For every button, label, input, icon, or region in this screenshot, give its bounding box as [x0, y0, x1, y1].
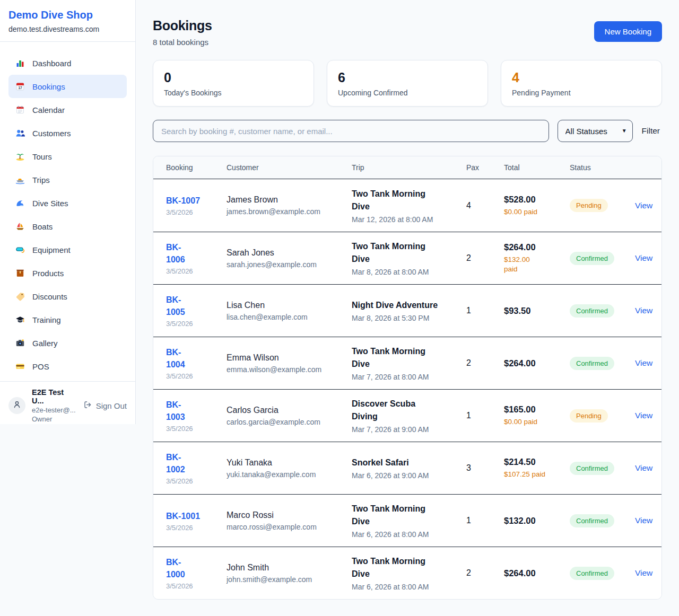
sidebar-item-pos[interactable]: POS — [8, 355, 127, 378]
view-link[interactable]: View — [635, 358, 652, 367]
sidebar-item-label: Dashboard — [32, 59, 71, 68]
trip-datetime: Mar 7, 2026 at 9:00 AM — [352, 425, 458, 434]
user-name: E2E Test U... — [32, 388, 77, 405]
customer-name: Marco Rossi — [227, 511, 343, 520]
stat-label: Today's Bookings — [164, 89, 303, 97]
pax-count: 4 — [466, 201, 504, 210]
sign-out-button[interactable]: Sign Out — [83, 400, 127, 411]
customer-name: Lisa Chen — [227, 301, 343, 310]
stat-label: Pending Payment — [512, 89, 651, 97]
trip-datetime: Mar 6, 2026 at 8:00 AM — [352, 583, 458, 591]
view-link[interactable]: View — [635, 463, 652, 472]
booking-id-link[interactable]: BK-1001 — [166, 510, 200, 522]
user-role: Owner — [32, 415, 77, 423]
booking-id-link[interactable]: BK-1004 — [166, 346, 185, 371]
island-icon — [15, 152, 25, 161]
person-icon — [12, 400, 22, 411]
sidebar-item-equipment[interactable]: Equipment — [8, 238, 127, 261]
view-link[interactable]: View — [635, 253, 652, 262]
sidebar-item-boats[interactable]: Boats — [8, 215, 127, 238]
trip-name: Two Tank MorningDive — [352, 345, 458, 371]
sidebar-item-products[interactable]: Products — [8, 261, 127, 285]
column-header-pax: Pax — [466, 163, 504, 172]
customer-name: James Brown — [227, 195, 343, 205]
total-amount: $264.00 — [504, 358, 561, 368]
table-header-row: Booking Customer Trip Pax Total Status — [153, 156, 661, 179]
trip-name: Two Tank MorningDive — [352, 188, 458, 213]
user-info: E2E Test U... e2e-tester@... Owner — [32, 388, 77, 423]
status-filter-select[interactable]: All Statuses — [558, 120, 633, 142]
sidebar-item-label: Customers — [32, 129, 71, 138]
booking-date: 3/5/2026 — [166, 524, 218, 532]
sidebar-item-gallery[interactable]: Gallery — [8, 331, 127, 355]
sidebar-item-label: Bookings — [32, 82, 65, 91]
sidebar: Demo Dive Shop demo.test.divestreams.com… — [0, 0, 136, 424]
table-row: BK-1004 3/5/2026 Emma Wilson emma.wilson… — [153, 337, 661, 389]
sidebar-item-trips[interactable]: Trips — [8, 168, 127, 191]
column-header-trip: Trip — [352, 163, 466, 172]
trip-datetime: Mar 8, 2026 at 5:30 PM — [352, 314, 458, 322]
customer-email: james.brown@example.com — [227, 207, 343, 216]
sidebar-item-bookings[interactable]: 17 Bookings — [8, 75, 127, 98]
search-input[interactable] — [153, 120, 549, 142]
tag-icon — [15, 292, 25, 301]
sidebar-item-calendar[interactable]: Calendar — [8, 98, 127, 121]
status-badge: Pending — [570, 199, 608, 212]
paid-amount: $0.00 paid — [504, 417, 561, 427]
trip-datetime: Mar 8, 2026 at 8:00 AM — [352, 268, 458, 276]
booking-id-link[interactable]: BK-1005 — [166, 294, 185, 318]
booking-id-link[interactable]: BK-1007 — [166, 195, 200, 207]
table-row: BK-1000 3/5/2026 John Smith john.smith@e… — [153, 547, 661, 599]
paid-amount: $132.00paid — [504, 255, 561, 274]
view-link[interactable]: View — [635, 306, 652, 315]
sidebar-item-tours[interactable]: Tours — [8, 145, 127, 168]
booking-date: 3/5/2026 — [166, 425, 218, 433]
new-booking-button[interactable]: New Booking — [594, 21, 662, 42]
customer-name: Emma Wilson — [227, 353, 343, 363]
booking-id-link[interactable]: BK-1006 — [166, 241, 185, 266]
view-link[interactable]: View — [635, 411, 652, 420]
booking-id-link[interactable]: BK-1002 — [166, 451, 185, 476]
stats-row: 0 Today's Bookings 6 Upcoming Confirmed … — [153, 60, 662, 107]
credit-card-icon — [15, 362, 25, 371]
customer-email: emma.wilson@example.com — [227, 365, 343, 374]
customer-email: lisa.chen@example.com — [227, 313, 343, 321]
booking-id-link[interactable]: BK-1003 — [166, 399, 185, 423]
booking-date: 3/5/2026 — [166, 267, 218, 275]
view-link[interactable]: View — [635, 201, 652, 210]
stat-value: 0 — [164, 69, 303, 86]
sidebar-item-discounts[interactable]: Discounts — [8, 285, 127, 308]
brand-domain: demo.test.divestreams.com — [8, 25, 127, 33]
booking-date: 3/5/2026 — [166, 477, 218, 485]
booking-date: 3/5/2026 — [166, 582, 218, 590]
sidebar-item-dive-sites[interactable]: Dive Sites — [8, 191, 127, 215]
trip-name: Two Tank MorningDive — [352, 555, 458, 580]
logout-icon — [83, 400, 92, 411]
sidebar-item-label: Discounts — [32, 292, 67, 301]
page-header: Bookings 8 total bookings New Booking — [153, 18, 662, 47]
paid-amount: $0.00 paid — [504, 207, 561, 217]
status-badge: Confirmed — [570, 252, 614, 265]
pax-count: 1 — [466, 411, 504, 420]
brand-block: Demo Dive Shop demo.test.divestreams.com — [0, 0, 135, 42]
table-row: BK-1007 3/5/2026 James Brown james.brown… — [153, 179, 661, 232]
status-badge: Confirmed — [570, 357, 614, 370]
sidebar-item-label: Training — [32, 315, 61, 324]
sidebar-item-training[interactable]: Training — [8, 308, 127, 331]
user-email: e2e-tester@... — [32, 406, 77, 414]
view-link[interactable]: View — [635, 516, 652, 525]
sidebar-item-dashboard[interactable]: Dashboard — [8, 51, 127, 75]
stat-label: Upcoming Confirmed — [338, 89, 477, 97]
pax-count: 1 — [466, 306, 504, 315]
booking-id-link[interactable]: BK-1000 — [166, 556, 185, 580]
pax-count: 2 — [466, 253, 504, 263]
status-badge: Confirmed — [570, 462, 614, 475]
sidebar-item-customers[interactable]: Customers — [8, 121, 127, 145]
speedboat-icon — [15, 175, 25, 184]
bar-chart-icon — [15, 58, 25, 68]
people-icon — [15, 128, 25, 138]
column-header-customer: Customer — [227, 163, 352, 172]
filter-button[interactable]: Filter — [642, 126, 660, 136]
view-link[interactable]: View — [635, 568, 652, 577]
booking-date: 3/5/2026 — [166, 372, 218, 380]
